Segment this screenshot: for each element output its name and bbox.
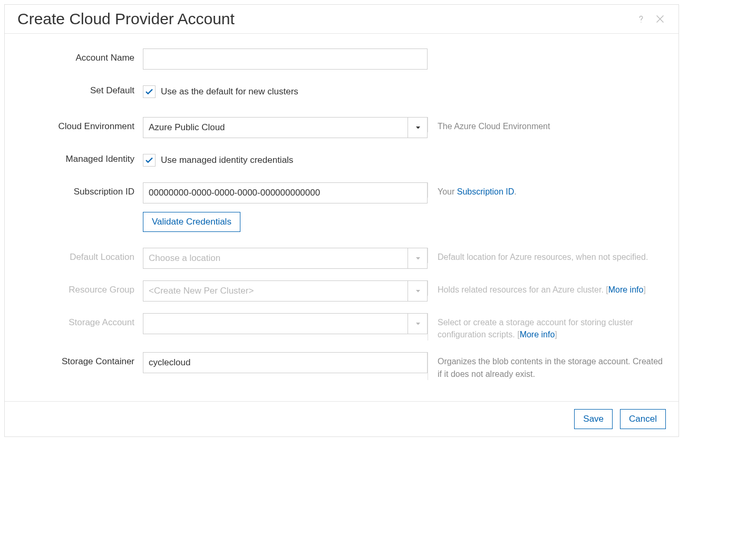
- checkmark-icon: [144, 156, 154, 165]
- dialog-title: Create Cloud Provider Account: [17, 10, 235, 28]
- dialog-body: Account Name Set Default Use as the defa…: [5, 34, 679, 401]
- resource-group-select[interactable]: <Create New Per Cluster>: [143, 280, 428, 302]
- storage-account-more-info-link[interactable]: More info: [520, 330, 555, 339]
- managed-identity-checkbox[interactable]: [143, 154, 156, 167]
- set-default-checkbox-label: Use as the default for new clusters: [161, 86, 298, 97]
- default-location-select[interactable]: Choose a location: [143, 248, 428, 269]
- managed-identity-checkbox-label: Use managed identity credentials: [161, 155, 293, 166]
- dialog-footer: Save Cancel: [5, 401, 679, 436]
- subscription-id-input[interactable]: [143, 182, 428, 203]
- subscription-id-link[interactable]: Subscription ID: [457, 187, 515, 196]
- row-set-default: Set Default Use as the default for new c…: [17, 81, 666, 102]
- save-button[interactable]: Save: [574, 409, 613, 429]
- row-default-location: Default Location Choose a location Defau…: [17, 248, 666, 269]
- row-cloud-environment: Cloud Environment Azure Public Cloud The…: [17, 117, 666, 138]
- cancel-button[interactable]: Cancel: [620, 409, 666, 429]
- help-storage-container: Organizes the blob contents in the stora…: [428, 352, 666, 380]
- cloud-environment-select[interactable]: Azure Public Cloud: [143, 117, 428, 138]
- label-managed-identity: Managed Identity: [17, 150, 143, 164]
- close-icon[interactable]: [654, 13, 666, 25]
- svg-point-0: [641, 22, 641, 22]
- label-storage-account: Storage Account: [17, 313, 143, 328]
- label-resource-group: Resource Group: [17, 280, 143, 295]
- label-default-location: Default Location: [17, 248, 143, 263]
- validate-credentials-button[interactable]: Validate Credentials: [143, 212, 240, 232]
- storage-container-input[interactable]: [143, 352, 428, 373]
- checkmark-icon: [144, 87, 154, 96]
- resource-group-more-info-link[interactable]: More info: [608, 285, 644, 294]
- help-storage-account: Select or create a storage account for s…: [428, 313, 666, 341]
- row-validate: Validate Credentials: [17, 212, 666, 232]
- storage-account-select[interactable]: [143, 313, 428, 334]
- row-managed-identity: Managed Identity Use managed identity cr…: [17, 150, 666, 171]
- help-subscription-id: Your Subscription ID.: [428, 182, 666, 198]
- help-resource-group: Holds related resources for an Azure clu…: [428, 280, 666, 296]
- row-account-name: Account Name: [17, 48, 666, 70]
- row-storage-container: Storage Container Organizes the blob con…: [17, 352, 666, 380]
- set-default-checkbox[interactable]: [143, 85, 156, 98]
- row-resource-group: Resource Group <Create New Per Cluster> …: [17, 280, 666, 302]
- create-cloud-provider-dialog: Create Cloud Provider Account Account Na…: [4, 4, 679, 437]
- label-storage-container: Storage Container: [17, 352, 143, 367]
- label-account-name: Account Name: [17, 48, 143, 63]
- help-default-location: Default location for Azure resources, wh…: [428, 248, 666, 263]
- label-cloud-environment: Cloud Environment: [17, 117, 143, 132]
- account-name-input[interactable]: [143, 48, 428, 70]
- dialog-header: Create Cloud Provider Account: [5, 5, 679, 34]
- row-storage-account: Storage Account Select or create a stora…: [17, 313, 666, 341]
- header-icons: [635, 13, 666, 25]
- row-subscription-id: Subscription ID Your Subscription ID.: [17, 182, 666, 203]
- help-cloud-environment: The Azure Cloud Environment: [428, 117, 666, 132]
- help-icon[interactable]: [635, 13, 647, 25]
- label-subscription-id: Subscription ID: [17, 182, 143, 197]
- label-set-default: Set Default: [17, 81, 143, 96]
